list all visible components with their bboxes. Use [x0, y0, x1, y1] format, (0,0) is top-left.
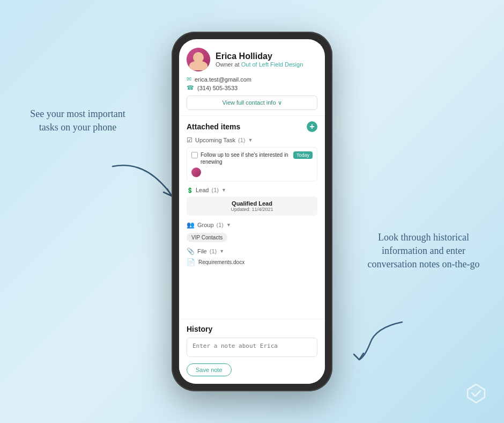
add-icon: + — [309, 122, 314, 131]
phone-value: (314) 505-3533 — [197, 85, 238, 91]
task-avatar — [191, 167, 201, 177]
group-icon: 👥 — [187, 221, 195, 229]
view-contact-label: View full contact info ∨ — [222, 99, 281, 106]
task-row: Follow up to see if she's interested in … — [191, 151, 313, 165]
phone-screen: Erica Holliday Owner at Out of Left Fiel… — [179, 39, 325, 384]
email-icon: ✉ — [187, 76, 191, 83]
company-link[interactable]: Out of Left Field Design — [241, 61, 303, 68]
file-item: 📄 Requirements.docx — [187, 258, 317, 266]
file-icon: 📎 — [187, 247, 195, 255]
lead-card: Qualified Lead Updated: 11/4/2021 — [187, 196, 317, 216]
contact-top: Erica Holliday Owner at Out of Left Fiel… — [187, 48, 317, 71]
attached-items-section: Attached items + ☑ Upcoming Task (1) ▼ — [179, 116, 325, 319]
note-input[interactable] — [187, 338, 317, 357]
lead-count: (1) — [211, 187, 218, 193]
annotation-right: Look through historical information and … — [359, 231, 488, 272]
save-note-label: Save note — [196, 367, 223, 373]
today-badge: Today — [293, 151, 313, 159]
task-category-name: Upcoming Task — [195, 137, 235, 143]
file-category: 📎 File (1) ▼ 📄 Requirements.docx — [187, 247, 317, 266]
lead-name: Qualified Lead — [192, 200, 312, 207]
file-chevron-icon: ▼ — [219, 249, 224, 254]
lead-icon: 💲 — [187, 187, 193, 193]
lead-category-header[interactable]: 💲 Lead (1) ▼ — [187, 187, 317, 193]
attached-items-title: Attached items + — [187, 121, 317, 132]
task-icon: ☑ — [187, 136, 192, 144]
task-checkbox[interactable] — [191, 152, 198, 158]
attached-items-label: Attached items — [187, 122, 240, 131]
arrow-left-icon — [107, 156, 177, 199]
annotation-left-text: See your most important tasks on your ph… — [30, 108, 125, 133]
phone-detail: ☎ (314) 505-3533 — [187, 84, 317, 91]
group-tag: VIP Contacts — [187, 233, 227, 242]
lead-category-name: Lead — [196, 187, 209, 193]
file-category-name: File — [197, 248, 207, 254]
contact-name: Erica Holliday — [216, 52, 303, 61]
task-text: Follow up to see if she's interested in … — [201, 151, 290, 165]
group-count: (1) — [217, 222, 224, 228]
phone-icon: ☎ — [187, 84, 194, 91]
task-chevron-icon: ▼ — [248, 137, 253, 143]
email-detail: ✉ erica.test@gmail.com — [187, 76, 317, 83]
view-contact-button[interactable]: View full contact info ∨ — [187, 96, 317, 110]
add-button[interactable]: + — [307, 121, 317, 132]
role-text: Owner at — [216, 61, 240, 68]
avatar — [187, 48, 210, 71]
contact-header: Erica Holliday Owner at Out of Left Fiel… — [179, 39, 325, 116]
task-item: Follow up to see if she's interested in … — [187, 147, 317, 181]
filename: Requirements.docx — [198, 259, 244, 265]
annotation-right-text: Look through historical information and … — [368, 232, 480, 269]
task-count: (1) — [238, 137, 245, 143]
file-category-header[interactable]: 📎 File (1) ▼ — [187, 247, 317, 255]
lead-chevron-icon: ▼ — [221, 187, 226, 193]
contact-role: Owner at Out of Left Field Design — [216, 61, 303, 68]
lead-category: 💲 Lead (1) ▼ Qualified Lead Updated: 11/… — [187, 187, 317, 216]
email-value: erica.test@gmail.com — [195, 76, 251, 83]
group-chevron-icon: ▼ — [226, 222, 231, 228]
annotation-left: See your most important tasks on your ph… — [16, 107, 139, 134]
history-title: History — [187, 325, 317, 333]
group-category: 👥 Group (1) ▼ VIP Contacts — [187, 221, 317, 242]
phone-frame: Erica Holliday Owner at Out of Left Fiel… — [172, 32, 332, 391]
logo-mark — [464, 381, 488, 407]
task-left: Follow up to see if she's interested in … — [191, 151, 290, 165]
history-section: History Save note — [179, 319, 325, 384]
file-count: (1) — [210, 248, 217, 254]
group-category-header[interactable]: 👥 Group (1) ▼ — [187, 221, 317, 229]
group-category-name: Group — [197, 222, 214, 228]
contact-info: Erica Holliday Owner at Out of Left Fiel… — [216, 52, 303, 68]
save-note-button[interactable]: Save note — [187, 363, 232, 376]
docx-icon: 📄 — [187, 258, 195, 266]
avatar-image — [187, 48, 210, 71]
task-category-header[interactable]: ☑ Upcoming Task (1) ▼ — [187, 136, 317, 144]
task-category: ☑ Upcoming Task (1) ▼ Follow up to see i… — [187, 136, 317, 181]
arrow-right-icon — [343, 317, 407, 365]
lead-updated: Updated: 11/4/2021 — [192, 207, 312, 212]
